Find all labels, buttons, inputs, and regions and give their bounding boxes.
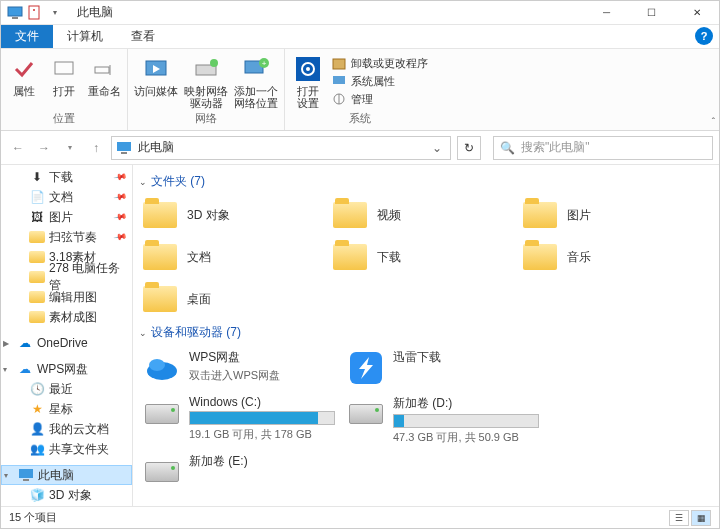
folder-desktop[interactable]: 桌面 xyxy=(137,278,327,320)
tab-view[interactable]: 查看 xyxy=(117,25,169,48)
section-devices[interactable]: ⌄ 设备和驱动器 (7) xyxy=(137,320,719,345)
sidebar-item-thispc[interactable]: ▾此电脑 xyxy=(1,465,132,485)
details-view-button[interactable]: ☰ xyxy=(669,510,689,526)
sidebar-item-recent[interactable]: 🕓最近 xyxy=(1,379,132,399)
collapse-ribbon-icon[interactable]: ˆ xyxy=(712,117,715,128)
history-dropdown[interactable]: ▾ xyxy=(59,137,81,159)
folder-3dobjects[interactable]: 3D 对象 xyxy=(137,194,327,236)
refresh-button[interactable]: ↻ xyxy=(457,136,481,160)
properties-qat-icon[interactable] xyxy=(27,5,43,21)
drive-c[interactable]: Windows (C:) 19.1 GB 可用, 共 178 GB xyxy=(137,391,341,449)
tiles-view-button[interactable]: ▦ xyxy=(691,510,711,526)
drive-xunlei[interactable]: 迅雷下载 xyxy=(341,345,545,391)
star-icon: ★ xyxy=(29,401,45,417)
folder-documents[interactable]: 文档 xyxy=(137,236,327,278)
drive-wps[interactable]: WPS网盘 双击进入WPS网盘 xyxy=(137,345,341,391)
ribbon-group-network: 访问媒体 映射网络 驱动器 + 添加一个 网络位置 网络 xyxy=(128,49,285,130)
folder-music[interactable]: 音乐 xyxy=(517,236,707,278)
add-location-button[interactable]: + 添加一个 网络位置 xyxy=(234,55,278,109)
folder-icon xyxy=(29,249,45,265)
sidebar-item-onedrive[interactable]: ▶☁OneDrive xyxy=(1,333,132,353)
back-button[interactable]: ← xyxy=(7,137,29,159)
cube-folder-icon xyxy=(141,198,179,232)
ribbon: ? 属性 打开 重命名 位置 访问媒体 映射 xyxy=(1,49,719,131)
ribbon-group-location: 属性 打开 重命名 位置 xyxy=(1,49,128,130)
svg-point-10 xyxy=(210,59,218,67)
folder-icon xyxy=(29,309,45,325)
chevron-down-icon[interactable]: ▾ xyxy=(3,365,7,374)
folder-pictures[interactable]: 图片 xyxy=(517,194,707,236)
up-button[interactable]: ↑ xyxy=(85,137,107,159)
window-controls: ─ ☐ ✕ xyxy=(584,1,719,25)
open-button[interactable]: 打开 xyxy=(47,55,81,97)
clock-icon: 🕓 xyxy=(29,381,45,397)
drives-grid: WPS网盘 双击进入WPS网盘 迅雷下载 Windows (C:) 19.1 G… xyxy=(137,345,719,495)
pin-icon: 📌 xyxy=(113,230,128,245)
media-icon xyxy=(142,55,170,83)
maximize-button[interactable]: ☐ xyxy=(629,1,674,25)
chevron-right-icon[interactable]: ▶ xyxy=(3,339,9,348)
open-icon xyxy=(50,55,78,83)
sidebar-item-pictures[interactable]: 🖼图片📌 xyxy=(1,207,132,227)
desktop-folder-icon xyxy=(141,282,179,316)
minimize-button[interactable]: ─ xyxy=(584,1,629,25)
chevron-down-icon: ⌄ xyxy=(139,328,147,338)
open-settings-button[interactable]: 打开 设置 xyxy=(291,55,325,109)
sidebar-item-mydocs[interactable]: 👤我的云文档 xyxy=(1,419,132,439)
map-drive-button[interactable]: 映射网络 驱动器 xyxy=(184,55,228,109)
help-icon[interactable]: ? xyxy=(695,27,713,45)
box-icon xyxy=(331,55,347,71)
qat-dropdown-icon[interactable]: ▾ xyxy=(47,5,63,21)
item-count: 15 个项目 xyxy=(9,510,57,525)
address-text: 此电脑 xyxy=(138,139,174,156)
sidebar-item-starred[interactable]: ★星标 xyxy=(1,399,132,419)
cube-icon: 🧊 xyxy=(29,487,45,503)
monitor-plus-icon: + xyxy=(242,55,270,83)
close-button[interactable]: ✕ xyxy=(674,1,719,25)
system-small-buttons: 卸载或更改程序 系统属性 管理 xyxy=(331,55,428,107)
sidebar-item-wps[interactable]: ▾☁WPS网盘 xyxy=(1,359,132,379)
tab-file[interactable]: 文件 xyxy=(1,25,53,48)
sidebar-item-custom1[interactable]: 扫弦节奏📌 xyxy=(1,227,132,247)
content-area: ⌄ 文件夹 (7) 3D 对象 视频 图片 文档 下载 音乐 桌面 ⌄ 设备和驱… xyxy=(133,165,719,508)
sidebar-item-documents[interactable]: 📄文档📌 xyxy=(1,187,132,207)
sidebar-item-3dobjects[interactable]: 🧊3D 对象 xyxy=(1,485,132,505)
quick-access-toolbar: ▾ xyxy=(1,5,69,21)
computer-icon xyxy=(7,5,23,21)
search-input[interactable]: 🔍 搜索"此电脑" xyxy=(493,136,713,160)
download-icon: ⬇ xyxy=(29,169,45,185)
properties-button[interactable]: 属性 xyxy=(7,55,41,97)
search-icon: 🔍 xyxy=(500,141,515,155)
group-label-location: 位置 xyxy=(7,111,121,128)
sidebar-item-custom4[interactable]: 编辑用图 xyxy=(1,287,132,307)
svg-rect-2 xyxy=(29,6,39,19)
access-media-button[interactable]: 访问媒体 xyxy=(134,55,178,97)
address-dropdown-icon[interactable]: ⌄ xyxy=(428,141,446,155)
gear-icon xyxy=(294,55,322,83)
folder-icon xyxy=(29,289,45,305)
svg-rect-1 xyxy=(12,17,18,19)
manage-button[interactable]: 管理 xyxy=(331,91,428,107)
sidebar-item-downloads[interactable]: ⬇下载📌 xyxy=(1,167,132,187)
folder-downloads[interactable]: 下载 xyxy=(327,236,517,278)
sidebar-item-custom5[interactable]: 素材成图 xyxy=(1,307,132,327)
tab-computer[interactable]: 计算机 xyxy=(53,25,117,48)
picture-folder-icon xyxy=(521,198,559,232)
system-properties-button[interactable]: 系统属性 xyxy=(331,73,428,89)
drive-e[interactable]: 新加卷 (E:) xyxy=(137,449,341,495)
rename-button[interactable]: 重命名 xyxy=(87,55,121,97)
section-folders[interactable]: ⌄ 文件夹 (7) xyxy=(137,169,719,194)
svg-rect-24 xyxy=(23,479,29,481)
uninstall-button[interactable]: 卸载或更改程序 xyxy=(331,55,428,71)
nav-pane: ⬇下载📌 📄文档📌 🖼图片📌 扫弦节奏📌 3.18素材 278 电脑任务管 编辑… xyxy=(1,165,133,508)
folder-videos[interactable]: 视频 xyxy=(327,194,517,236)
sidebar-item-custom3[interactable]: 278 电脑任务管 xyxy=(1,267,132,287)
group-label-system: 系统 xyxy=(291,111,428,128)
forward-button[interactable]: → xyxy=(33,137,55,159)
pin-icon: 📌 xyxy=(113,210,128,225)
drive-d[interactable]: 新加卷 (D:) 47.3 GB 可用, 共 50.9 GB xyxy=(341,391,545,449)
address-bar[interactable]: 此电脑 ⌄ xyxy=(111,136,451,160)
doc-icon: 📄 xyxy=(29,189,45,205)
chevron-down-icon[interactable]: ▾ xyxy=(4,471,8,480)
sidebar-item-shared[interactable]: 👥共享文件夹 xyxy=(1,439,132,459)
